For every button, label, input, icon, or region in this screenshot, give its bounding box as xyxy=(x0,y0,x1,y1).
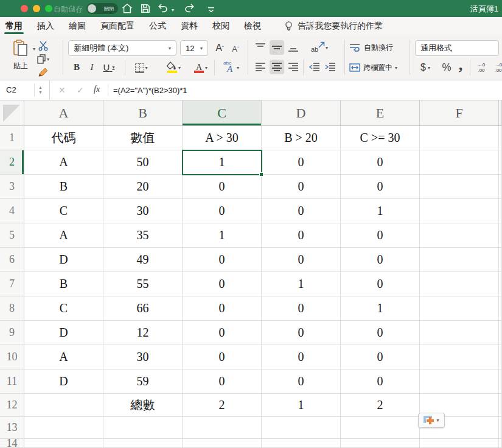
cell-partial-8[interactable] xyxy=(499,296,502,321)
phonetic-guide-button[interactable]: abc A ▾ xyxy=(219,60,243,75)
row-header-11[interactable]: 11 xyxy=(0,369,24,394)
comma-format-button[interactable]: , xyxy=(455,56,466,74)
font-name-combo[interactable]: 新細明體 (本文) ▾ xyxy=(68,40,176,56)
cell-C8[interactable]: 0 xyxy=(183,296,262,321)
close-window-button[interactable] xyxy=(21,5,28,12)
fill-color-button[interactable]: ▾ xyxy=(162,61,185,74)
cell-A12[interactable] xyxy=(24,394,103,417)
column-header-E[interactable]: E xyxy=(341,100,420,126)
cell-C3[interactable]: 0 xyxy=(183,175,262,199)
cell-A1[interactable]: 代碼 xyxy=(24,126,103,150)
undo-menu-chevron-icon[interactable]: ▾ xyxy=(172,7,174,13)
cell-E13[interactable] xyxy=(341,417,420,439)
cell-C10[interactable]: 0 xyxy=(183,345,262,369)
cell-A4[interactable]: C xyxy=(24,199,103,223)
row-header-1[interactable]: 1 xyxy=(0,126,24,150)
cell-B11[interactable]: 59 xyxy=(103,369,183,394)
cell-A11[interactable]: D xyxy=(24,369,103,394)
cell-partial-2[interactable] xyxy=(499,150,502,175)
format-painter-button[interactable] xyxy=(37,66,50,78)
bold-button[interactable]: B xyxy=(71,60,83,74)
cell-A13[interactable] xyxy=(24,417,103,439)
cell-E14[interactable] xyxy=(341,439,420,448)
align-center-button[interactable] xyxy=(270,60,284,74)
cell-A10[interactable]: A xyxy=(24,345,103,369)
cell-B2[interactable]: 50 xyxy=(103,150,183,175)
tab-校閱[interactable]: 校閱 xyxy=(212,17,229,35)
cell-B1[interactable]: 數值 xyxy=(103,126,183,150)
cell-F10[interactable] xyxy=(420,345,499,369)
row-header-12[interactable]: 12 xyxy=(0,394,24,417)
increase-indent-button[interactable] xyxy=(322,60,337,74)
tab-頁面配置[interactable]: 頁面配置 xyxy=(100,17,134,35)
cell-E4[interactable]: 1 xyxy=(341,199,420,223)
cell-D2[interactable]: 0 xyxy=(262,150,341,175)
tellme-button[interactable]: 告訴我您要執行的作業 xyxy=(284,21,383,32)
align-left-button[interactable] xyxy=(253,60,268,74)
minimize-window-button[interactable] xyxy=(33,5,40,12)
cell-C6[interactable]: 0 xyxy=(183,248,262,272)
cell-F2[interactable] xyxy=(420,150,499,175)
tab-插入[interactable]: 插入 xyxy=(37,17,54,35)
cell-F6[interactable] xyxy=(420,248,499,272)
cell-D9[interactable]: 0 xyxy=(262,321,341,345)
cell-partial-6[interactable] xyxy=(499,248,502,272)
row-header-8[interactable]: 8 xyxy=(0,296,24,321)
cell-D3[interactable]: 0 xyxy=(262,175,341,199)
tab-繪圖[interactable]: 繪圖 xyxy=(69,17,86,35)
percent-format-button[interactable]: % xyxy=(439,60,454,75)
cell-F11[interactable] xyxy=(420,369,499,394)
column-header-B[interactable]: B xyxy=(103,100,183,126)
save-icon[interactable] xyxy=(139,2,152,15)
column-header-partial[interactable] xyxy=(499,100,502,126)
align-middle-button[interactable] xyxy=(270,40,284,55)
cell-C5[interactable]: 1 xyxy=(183,223,262,248)
cell-E2[interactable]: 0 xyxy=(341,150,420,175)
paste-button[interactable]: ▾ 貼上 xyxy=(5,39,37,77)
cell-B7[interactable]: 55 xyxy=(103,272,183,296)
column-header-D[interactable]: D xyxy=(262,100,341,126)
cell-A2[interactable]: A xyxy=(24,150,103,175)
cell-partial-14[interactable] xyxy=(499,439,502,448)
cell-A7[interactable]: B xyxy=(24,272,103,296)
cell-C12[interactable]: 2 xyxy=(183,394,262,417)
row-header-2[interactable]: 2 xyxy=(0,150,24,175)
cell-C1[interactable]: A > 30 xyxy=(183,126,262,150)
wrap-text-button[interactable]: 自動換行 xyxy=(349,40,400,55)
cell-partial-11[interactable] xyxy=(499,369,502,394)
cell-partial-10[interactable] xyxy=(499,345,502,369)
row-header-10[interactable]: 10 xyxy=(0,345,24,369)
cell-D6[interactable]: 0 xyxy=(262,248,341,272)
cell-F14[interactable] xyxy=(420,439,499,448)
italic-button[interactable]: I xyxy=(86,60,97,74)
row-header-3[interactable]: 3 xyxy=(0,175,24,199)
cell-D11[interactable]: 0 xyxy=(262,369,341,394)
cell-E1[interactable]: C >= 30 xyxy=(341,126,420,150)
select-all-corner[interactable] xyxy=(0,100,24,126)
row-header-7[interactable]: 7 xyxy=(0,272,24,296)
cell-C4[interactable]: 0 xyxy=(183,199,262,223)
home-icon[interactable] xyxy=(120,2,134,15)
cell-B13[interactable] xyxy=(103,417,183,439)
cell-D5[interactable]: 0 xyxy=(262,223,341,248)
cell-D7[interactable]: 1 xyxy=(262,272,341,296)
insert-function-button[interactable]: fx xyxy=(94,85,100,94)
cell-A9[interactable]: D xyxy=(24,321,103,345)
cell-partial-3[interactable] xyxy=(499,175,502,199)
cell-A3[interactable]: B xyxy=(24,175,103,199)
formula-input[interactable]: =(A2="A")*(B2>30)*1 xyxy=(113,86,187,95)
cell-A6[interactable]: D xyxy=(24,248,103,272)
cell-B12[interactable]: 總數 xyxy=(103,394,183,417)
column-header-A[interactable]: A xyxy=(24,100,103,126)
cell-F3[interactable] xyxy=(420,175,499,199)
column-header-C[interactable]: C xyxy=(183,100,262,126)
row-header-13[interactable]: 13 xyxy=(0,417,24,439)
cell-D10[interactable]: 0 xyxy=(262,345,341,369)
cell-C14[interactable] xyxy=(183,439,262,448)
cell-partial-13[interactable] xyxy=(499,417,502,439)
cell-D1[interactable]: B > 20 xyxy=(262,126,341,150)
cell-D4[interactable]: 0 xyxy=(262,199,341,223)
cell-F9[interactable] xyxy=(420,321,499,345)
cell-D8[interactable]: 0 xyxy=(262,296,341,321)
font-size-combo[interactable]: 12 ▾ xyxy=(180,40,208,56)
